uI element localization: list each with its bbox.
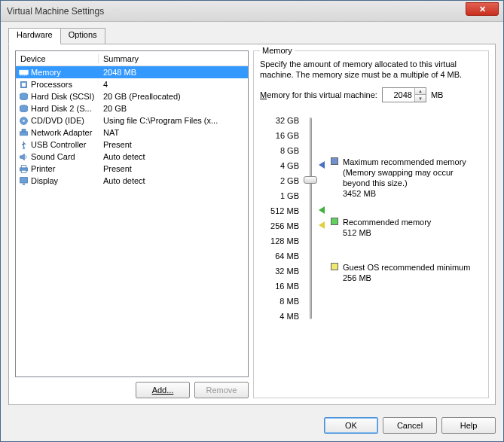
cd-icon bbox=[19, 116, 29, 126]
device-summary: Using file C:\Program Files (x... bbox=[99, 116, 248, 125]
slider-tick-label: 8 GB bbox=[260, 143, 302, 158]
right-pane: Memory Specify the amount of memory allo… bbox=[253, 50, 489, 398]
display-icon bbox=[19, 176, 29, 186]
cancel-button[interactable]: Cancel bbox=[383, 417, 437, 434]
memory-spinner[interactable]: ▲ ▼ bbox=[382, 87, 426, 102]
marker-rec-icon bbox=[319, 206, 325, 214]
content-area: Hardware Options Device Summary Memory20… bbox=[1, 22, 503, 411]
table-row[interactable]: Network AdapterNAT bbox=[16, 127, 248, 139]
tab-panel: Device Summary Memory2048 MBProcessors4H… bbox=[8, 44, 496, 405]
table-header[interactable]: Device Summary bbox=[16, 51, 248, 66]
table-row[interactable]: Hard Disk 2 (S...20 GB bbox=[16, 102, 248, 114]
table-row[interactable]: Sound CardAuto detect bbox=[16, 151, 248, 163]
svg-rect-2 bbox=[23, 74, 23, 75]
table-row[interactable]: Processors4 bbox=[16, 78, 248, 90]
add-button[interactable]: Add... bbox=[136, 382, 190, 398]
col-device[interactable]: Device bbox=[16, 54, 99, 63]
ok-button[interactable]: OK bbox=[324, 417, 378, 434]
svg-rect-16 bbox=[21, 170, 26, 172]
legend-max: Maximum recommended memory (Memory swapp… bbox=[331, 157, 482, 199]
remove-button[interactable]: Remove bbox=[194, 382, 249, 398]
table-row[interactable]: DisplayAuto detect bbox=[16, 175, 248, 187]
legend-min-swatch-icon bbox=[331, 263, 338, 270]
sound-icon bbox=[19, 152, 29, 162]
device-summary: 20 GB bbox=[99, 104, 248, 113]
svg-rect-18 bbox=[23, 183, 25, 184]
svg-rect-3 bbox=[24, 74, 25, 75]
tab-hardware[interactable]: Hardware bbox=[8, 28, 61, 44]
tab-options[interactable]: Options bbox=[60, 28, 105, 44]
svg-rect-0 bbox=[20, 70, 28, 75]
device-summary: Auto detect bbox=[99, 152, 248, 161]
device-name: Display bbox=[31, 176, 58, 185]
legend-rec-title: Recommended memory bbox=[343, 217, 431, 227]
device-summary: 20 GB (Preallocated) bbox=[99, 92, 248, 101]
svg-rect-4 bbox=[26, 74, 27, 75]
device-summary: Auto detect bbox=[99, 176, 248, 185]
usb-icon bbox=[19, 140, 29, 150]
slider-tick-label: 16 MB bbox=[260, 279, 302, 294]
memory-group: Memory Specify the amount of memory allo… bbox=[253, 50, 489, 398]
legend-max-swatch-icon bbox=[331, 157, 338, 165]
spin-up-icon[interactable]: ▲ bbox=[415, 88, 426, 95]
memory-group-label: Memory bbox=[260, 46, 295, 55]
device-name: CD/DVD (IDE) bbox=[31, 116, 84, 125]
table-row[interactable]: PrinterPresent bbox=[16, 163, 248, 175]
memory-icon bbox=[19, 68, 29, 78]
slider-tick-label: 2 GB bbox=[260, 173, 302, 188]
device-name: Memory bbox=[31, 68, 61, 77]
svg-rect-1 bbox=[20, 74, 21, 75]
svg-rect-17 bbox=[20, 177, 28, 182]
slider-markers bbox=[319, 113, 331, 324]
slider-tick-label: 32 GB bbox=[260, 113, 302, 128]
marker-min-icon bbox=[319, 221, 325, 229]
slider-track[interactable] bbox=[302, 113, 319, 324]
device-name: Hard Disk 2 (S... bbox=[31, 104, 92, 113]
slider-legend: Maximum recommended memory (Memory swapp… bbox=[331, 113, 482, 324]
device-summary: NAT bbox=[99, 128, 248, 137]
printer-icon bbox=[19, 164, 29, 174]
window-title: Virtual Machine Settings bbox=[7, 6, 104, 17]
col-summary[interactable]: Summary bbox=[99, 54, 248, 63]
device-summary: 4 bbox=[99, 80, 248, 89]
titlebar[interactable]: Virtual Machine Settings ⋯ ✕ bbox=[1, 1, 503, 22]
svg-rect-11 bbox=[20, 131, 28, 135]
legend-rec: Recommended memory 512 MB bbox=[331, 217, 431, 238]
marker-max-icon bbox=[319, 161, 325, 169]
svg-point-13 bbox=[23, 146, 25, 148]
bottom-buttons: OK Cancel Help bbox=[1, 411, 503, 441]
legend-max-note: (Memory swapping may occur beyond this s… bbox=[343, 167, 482, 188]
spin-down-icon[interactable]: ▼ bbox=[415, 95, 426, 102]
device-summary: Present bbox=[99, 140, 248, 149]
spin-buttons[interactable]: ▲ ▼ bbox=[414, 88, 426, 102]
table-row[interactable]: Memory2048 MB bbox=[16, 66, 248, 78]
memory-unit: MB bbox=[431, 90, 444, 99]
help-button[interactable]: Help bbox=[441, 417, 496, 434]
legend-min-title: Guest OS recommended minimum bbox=[343, 262, 470, 273]
device-summary: 2048 MB bbox=[99, 68, 248, 77]
table-buttons: Add... Remove bbox=[15, 382, 249, 398]
table-row[interactable]: CD/DVD (IDE)Using file C:\Program Files … bbox=[16, 114, 248, 127]
memory-input-row: Memory for this virtual machine: ▲ ▼ MB bbox=[260, 87, 482, 102]
legend-min-value: 256 MB bbox=[343, 273, 470, 283]
svg-point-10 bbox=[23, 120, 24, 121]
slider-tick-label: 512 MB bbox=[260, 203, 302, 218]
legend-max-title: Maximum recommended memory bbox=[343, 157, 482, 167]
memory-input[interactable] bbox=[383, 90, 414, 99]
device-summary: Present bbox=[99, 164, 248, 173]
disk-icon bbox=[19, 104, 29, 114]
device-name: Printer bbox=[31, 164, 55, 173]
svg-rect-6 bbox=[22, 83, 26, 87]
table-row[interactable]: USB ControllerPresent bbox=[16, 139, 248, 151]
close-button[interactable]: ✕ bbox=[466, 2, 499, 16]
memory-input-label: Memory for this virtual machine: bbox=[260, 90, 377, 99]
left-pane: Device Summary Memory2048 MBProcessors4H… bbox=[15, 50, 249, 398]
device-name: Processors bbox=[31, 80, 72, 89]
track-line bbox=[310, 117, 312, 319]
legend-min: Guest OS recommended minimum 256 MB bbox=[331, 262, 470, 283]
device-table[interactable]: Device Summary Memory2048 MBProcessors4H… bbox=[15, 50, 249, 377]
slider-thumb[interactable] bbox=[304, 176, 317, 184]
table-row[interactable]: Hard Disk (SCSI)20 GB (Preallocated) bbox=[16, 90, 248, 102]
disk-icon bbox=[19, 92, 29, 102]
tab-strip: Hardware Options bbox=[8, 28, 496, 44]
